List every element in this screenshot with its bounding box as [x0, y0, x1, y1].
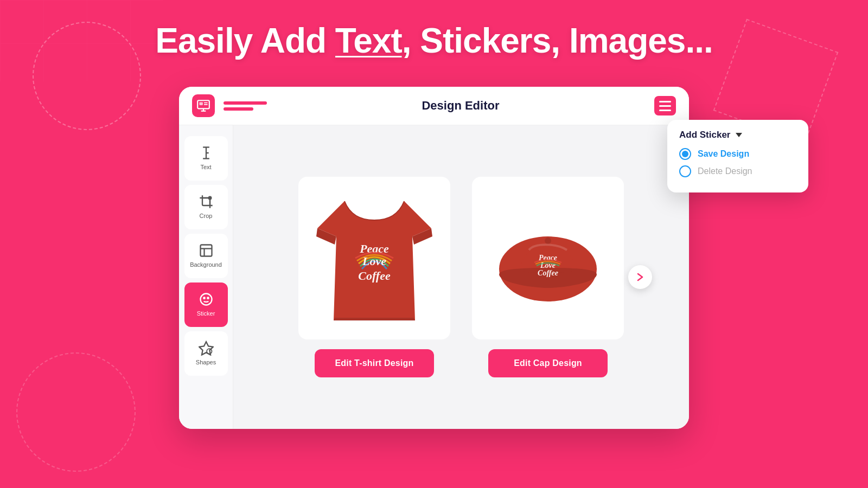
canvas-area: Peace Love Coffee Edit T-shirt Design — [233, 125, 689, 429]
svg-point-18 — [203, 298, 205, 299]
crop-icon — [199, 194, 214, 209]
hamburger-line-1 — [659, 101, 671, 102]
crop-tool-label: Crop — [200, 213, 213, 220]
page-title-section: Easily Add Text, Stickers, Images... — [0, 0, 868, 77]
progress-bar-2 — [224, 107, 253, 111]
hamburger-line-3 — [659, 110, 671, 111]
editor-header: Design Editor — [179, 87, 689, 125]
sidebar-item-shapes[interactable]: Shapes — [184, 331, 228, 376]
hamburger-line-2 — [659, 105, 671, 107]
layout-icon — [199, 243, 214, 258]
svg-text:Coffee: Coffee — [538, 269, 558, 277]
dropdown-arrow-icon — [736, 133, 742, 137]
next-arrow-indicator — [628, 265, 652, 289]
sidebar-item-crop[interactable]: Crop — [184, 185, 228, 229]
svg-point-26 — [545, 237, 551, 244]
cap-image-box: Peace Love Coffee — [472, 177, 624, 339]
edit-tshirt-button[interactable]: Edit T-shirt Design — [315, 349, 434, 377]
editor-card: Design Editor Text — [179, 87, 689, 429]
sticker-tool-label: Sticker — [197, 310, 215, 317]
save-radio-inner — [682, 151, 688, 157]
editor-body: Text Crop Backgr — [179, 125, 689, 429]
tools-sidebar: Text Crop Backgr — [179, 125, 233, 429]
background-tool-label: Background — [190, 261, 222, 268]
delete-design-label: Delete Design — [698, 166, 752, 176]
heading-underline: Text — [335, 21, 402, 60]
svg-text:Coffee: Coffee — [358, 269, 391, 282]
deco-circle-bl — [16, 352, 136, 472]
tshirt-product-card: Peace Love Coffee Edit T-shirt Design — [298, 177, 450, 377]
add-sticker-label: Add Sticker — [679, 130, 730, 140]
edit-cap-button[interactable]: Edit Cap Design — [488, 349, 608, 377]
dropdown-option-save[interactable]: Save Design — [679, 148, 796, 160]
dropdown-title: Add Sticker — [679, 130, 796, 140]
logo-icon — [196, 99, 210, 113]
progress-bar-1 — [224, 101, 267, 105]
heading-part1: Easily Add — [155, 21, 335, 60]
arrow-right-icon — [635, 272, 646, 282]
tshirt-svg: Peace Love Coffee — [312, 185, 437, 331]
svg-rect-4 — [199, 102, 203, 105]
svg-point-17 — [200, 294, 212, 305]
delete-radio-button[interactable] — [679, 165, 691, 177]
svg-rect-1 — [197, 100, 209, 108]
tshirt-image-box: Peace Love Coffee — [298, 177, 450, 339]
page-heading: Easily Add Text, Stickers, Images... — [0, 21, 868, 61]
sticker-icon — [199, 292, 214, 307]
dropdown-option-delete[interactable]: Delete Design — [679, 165, 796, 177]
svg-text:Love: Love — [362, 254, 386, 268]
text-cursor-icon — [199, 145, 214, 160]
shapes-tool-label: Shapes — [196, 359, 216, 366]
svg-point-13 — [208, 197, 211, 200]
svg-rect-14 — [200, 245, 212, 256]
cap-svg: Peace Love Coffee — [488, 204, 608, 312]
dropdown-menu: Add Sticker Save Design Delete Design — [667, 120, 808, 192]
sidebar-item-background[interactable]: Background — [184, 234, 228, 278]
editor-title: Design Editor — [267, 99, 654, 113]
cap-product-card: Peace Love Coffee Edit Cap Design — [472, 177, 624, 377]
hamburger-button[interactable] — [654, 96, 676, 115]
app-logo — [192, 94, 215, 117]
svg-point-19 — [207, 298, 208, 299]
shapes-icon — [199, 341, 214, 356]
sidebar-item-sticker[interactable]: Sticker — [184, 282, 228, 327]
header-progress-bars — [224, 101, 267, 111]
save-design-label: Save Design — [698, 149, 749, 159]
sidebar-item-text[interactable]: Text — [184, 136, 228, 181]
text-tool-label: Text — [200, 164, 211, 171]
heading-part2: , Stickers, Images... — [402, 21, 713, 60]
save-radio-button[interactable] — [679, 148, 691, 160]
